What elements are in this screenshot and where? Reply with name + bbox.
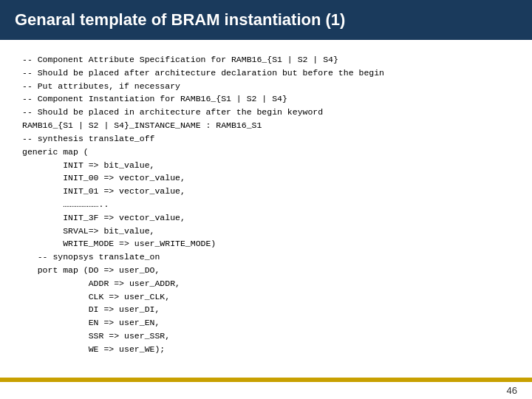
slide-container: Genaral template of BRAM instantiation (… <box>0 0 532 399</box>
content-area: -- Component Attribute Specification for… <box>0 40 532 378</box>
code-block: -- Component Attribute Specification for… <box>22 53 510 370</box>
slide-header: Genaral template of BRAM instantiation (… <box>0 0 532 40</box>
slide-title: Genaral template of BRAM instantiation (… <box>15 10 345 30</box>
page-number-area: 46 <box>0 382 532 399</box>
page-number: 46 <box>507 385 517 396</box>
